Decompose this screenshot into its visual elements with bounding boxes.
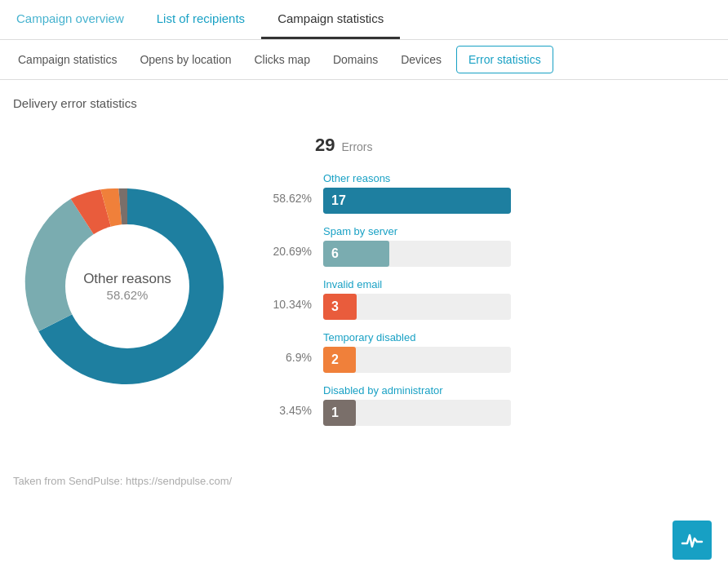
- stat-bar-value-2: 3: [331, 299, 339, 314]
- pulse-icon: [681, 529, 704, 552]
- stat-label-2: Invalid email: [323, 278, 715, 290]
- stat-right-3: Temporary disabled2: [323, 331, 715, 373]
- donut-center-label: Other reasons 58.62%: [83, 270, 171, 302]
- stats-panel: 29 Errors 58.62%Other reasons1720.69%Spa…: [266, 135, 715, 437]
- donut-center-text: Other reasons: [83, 270, 171, 288]
- stat-bar-wrap-0: 17: [323, 188, 511, 214]
- stat-pct-0: 58.62%: [266, 172, 323, 205]
- stat-bar-3: 2: [323, 347, 356, 373]
- subtab-campaign-statistics[interactable]: Campaign statistics: [7, 40, 128, 79]
- tab-campaign-statistics[interactable]: Campaign statistics: [261, 0, 400, 39]
- footer: Taken from SendPulse: https://sendpulse.…: [0, 462, 728, 500]
- stat-bar-wrap-1: 6: [323, 241, 511, 267]
- stat-bar-value-4: 1: [331, 405, 339, 420]
- chart-area: Other reasons 58.62% 29 Errors 58.62%Oth…: [13, 126, 715, 454]
- top-tabs-bar: Campaign overview List of recipients Cam…: [0, 0, 728, 40]
- stat-right-4: Disabled by administrator1: [323, 384, 715, 426]
- sub-tabs-bar: Campaign statistics Opens by location Cl…: [0, 40, 728, 80]
- stat-row-1: 20.69%Spam by server6: [266, 225, 715, 267]
- stat-bar-wrap-4: 1: [323, 400, 511, 426]
- stat-bar-0: 17: [323, 188, 511, 214]
- stat-row-0: 58.62%Other reasons17: [266, 172, 715, 214]
- tab-list-of-recipients[interactable]: List of recipients: [140, 0, 261, 39]
- subtab-opens-by-location[interactable]: Opens by location: [128, 40, 242, 79]
- stat-row-2: 10.34%Invalid email3: [266, 278, 715, 320]
- subtab-error-statistics[interactable]: Error statistics: [456, 46, 553, 73]
- stat-label-4: Disabled by administrator: [323, 384, 715, 397]
- stat-row-3: 6.9%Temporary disabled2: [266, 331, 715, 373]
- stat-pct-3: 6.9%: [266, 331, 323, 364]
- stat-pct-4: 3.45%: [266, 384, 323, 417]
- stat-bar-1: 6: [323, 241, 389, 267]
- stat-bar-2: 3: [323, 294, 357, 320]
- stat-bar-4: 1: [323, 400, 356, 426]
- stat-bar-wrap-2: 3: [323, 294, 511, 320]
- stat-rows-container: 58.62%Other reasons1720.69%Spam by serve…: [266, 172, 715, 437]
- subtab-devices[interactable]: Devices: [389, 40, 453, 79]
- tab-campaign-overview[interactable]: Campaign overview: [0, 0, 140, 39]
- donut-chart: Other reasons 58.62%: [21, 180, 233, 392]
- stat-pct-2: 10.34%: [266, 278, 323, 311]
- stat-bar-wrap-3: 2: [323, 347, 511, 373]
- stat-right-1: Spam by server6: [323, 225, 715, 267]
- stat-bar-value-1: 6: [331, 246, 339, 261]
- donut-center-pct: 58.62%: [83, 288, 171, 302]
- subtab-domains[interactable]: Domains: [322, 40, 389, 79]
- section-title: Delivery error statistics: [13, 96, 715, 110]
- stat-bar-value-3: 2: [331, 352, 339, 367]
- main-content: Delivery error statistics: [0, 80, 728, 462]
- stat-bar-value-0: 17: [331, 193, 346, 208]
- sendpulse-float-button[interactable]: [673, 521, 712, 560]
- total-errors-count: 29: [315, 135, 335, 155]
- stat-right-2: Invalid email3: [323, 278, 715, 320]
- stat-pct-1: 20.69%: [266, 225, 323, 258]
- stat-row-4: 3.45%Disabled by administrator1: [266, 384, 715, 426]
- stat-label-1: Spam by server: [323, 225, 715, 237]
- total-errors: 29 Errors: [266, 135, 715, 156]
- stat-label-0: Other reasons: [323, 172, 715, 184]
- stat-right-0: Other reasons17: [323, 172, 715, 214]
- total-errors-label: Errors: [341, 140, 372, 153]
- subtab-clicks-map[interactable]: Clicks map: [242, 40, 321, 79]
- stat-label-3: Temporary disabled: [323, 331, 715, 343]
